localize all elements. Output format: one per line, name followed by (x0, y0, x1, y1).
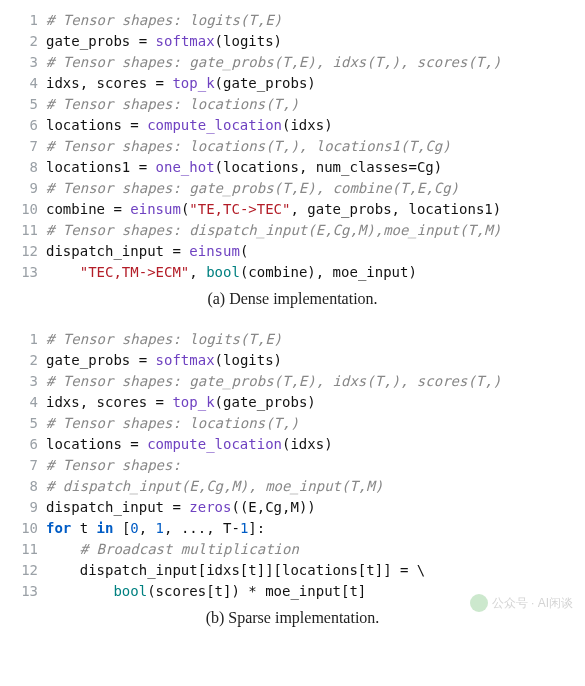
watermark-icon (470, 594, 488, 612)
line-content: # Tensor shapes: locations(T,) (46, 413, 299, 434)
code-line: 5# Tensor shapes: locations(T,) (12, 94, 573, 115)
line-number: 9 (12, 497, 46, 518)
line-content: bool(scores[t]) * moe_input[t] (46, 581, 366, 602)
line-content: combine = einsum("TE,TC->TEC", gate_prob… (46, 199, 501, 220)
line-number: 8 (12, 476, 46, 497)
code-line: 2gate_probs = softmax(logits) (12, 31, 573, 52)
line-content: # Tensor shapes: gate_probs(T,E), combin… (46, 178, 459, 199)
code-line: 6locations = compute_location(idxs) (12, 115, 573, 136)
line-content: # Broadcast multiplication (46, 539, 299, 560)
line-number: 5 (12, 413, 46, 434)
line-number: 11 (12, 220, 46, 241)
line-content: gate_probs = softmax(logits) (46, 31, 282, 52)
line-content: gate_probs = softmax(logits) (46, 350, 282, 371)
code-line: 1# Tensor shapes: logits(T,E) (12, 329, 573, 350)
code-line: 7# Tensor shapes: (12, 455, 573, 476)
line-number: 3 (12, 371, 46, 392)
line-content: # Tensor shapes: logits(T,E) (46, 10, 282, 31)
line-content: "TEC,TM->ECM", bool(combine), moe_input) (46, 262, 417, 283)
line-content: locations = compute_location(idxs) (46, 434, 333, 455)
code-line: 9# Tensor shapes: gate_probs(T,E), combi… (12, 178, 573, 199)
caption-a: (a) Dense implementation. (12, 287, 573, 311)
line-number: 8 (12, 157, 46, 178)
line-number: 10 (12, 518, 46, 539)
line-number: 13 (12, 581, 46, 602)
line-content: # Tensor shapes: locations(T,) (46, 94, 299, 115)
line-number: 3 (12, 52, 46, 73)
line-content: # Tensor shapes: (46, 455, 181, 476)
code-line: 4idxs, scores = top_k(gate_probs) (12, 73, 573, 94)
line-content: locations1 = one_hot(locations, num_clas… (46, 157, 442, 178)
line-number: 10 (12, 199, 46, 220)
line-number: 7 (12, 455, 46, 476)
line-content: dispatch_input = einsum( (46, 241, 248, 262)
code-line: 8# dispatch_input(E,Cg,M), moe_input(T,M… (12, 476, 573, 497)
line-number: 6 (12, 434, 46, 455)
line-number: 12 (12, 241, 46, 262)
line-content: # dispatch_input(E,Cg,M), moe_input(T,M) (46, 476, 383, 497)
code-line: 11# Tensor shapes: dispatch_input(E,Cg,M… (12, 220, 573, 241)
line-content: # Tensor shapes: dispatch_input(E,Cg,M),… (46, 220, 501, 241)
line-content: # Tensor shapes: logits(T,E) (46, 329, 282, 350)
line-number: 9 (12, 178, 46, 199)
line-number: 11 (12, 539, 46, 560)
code-line: 5# Tensor shapes: locations(T,) (12, 413, 573, 434)
line-number: 4 (12, 392, 46, 413)
line-number: 2 (12, 350, 46, 371)
line-number: 6 (12, 115, 46, 136)
line-number: 7 (12, 136, 46, 157)
line-number: 1 (12, 10, 46, 31)
code-line: 8locations1 = one_hot(locations, num_cla… (12, 157, 573, 178)
line-content: locations = compute_location(idxs) (46, 115, 333, 136)
code-line: 9dispatch_input = zeros((E,Cg,M)) (12, 497, 573, 518)
code-line: 4idxs, scores = top_k(gate_probs) (12, 392, 573, 413)
code-line: 12dispatch_input = einsum( (12, 241, 573, 262)
line-number: 12 (12, 560, 46, 581)
code-line: 6locations = compute_location(idxs) (12, 434, 573, 455)
code-line: 13 "TEC,TM->ECM", bool(combine), moe_inp… (12, 262, 573, 283)
line-number: 4 (12, 73, 46, 94)
code-line: 3# Tensor shapes: gate_probs(T,E), idxs(… (12, 371, 573, 392)
code-line: 10for t in [0, 1, ..., T-1]: (12, 518, 573, 539)
code-line: 12 dispatch_input[idxs[t]][locations[t]]… (12, 560, 573, 581)
code-line: 3# Tensor shapes: gate_probs(T,E), idxs(… (12, 52, 573, 73)
line-number: 2 (12, 31, 46, 52)
line-content: dispatch_input[idxs[t]][locations[t]] = … (46, 560, 425, 581)
code-line: 11 # Broadcast multiplication (12, 539, 573, 560)
line-content: # Tensor shapes: gate_probs(T,E), idxs(T… (46, 52, 501, 73)
watermark-text: 公众号 · AI闲谈 (492, 594, 573, 612)
code-block-b: 1# Tensor shapes: logits(T,E)2gate_probs… (12, 329, 573, 602)
line-number: 13 (12, 262, 46, 283)
line-content: # Tensor shapes: gate_probs(T,E), idxs(T… (46, 371, 501, 392)
code-line: 1# Tensor shapes: logits(T,E) (12, 10, 573, 31)
line-content: # Tensor shapes: locations(T,), location… (46, 136, 451, 157)
line-content: dispatch_input = zeros((E,Cg,M)) (46, 497, 316, 518)
code-block-a: 1# Tensor shapes: logits(T,E)2gate_probs… (12, 10, 573, 283)
code-line: 2gate_probs = softmax(logits) (12, 350, 573, 371)
code-line: 7# Tensor shapes: locations(T,), locatio… (12, 136, 573, 157)
line-number: 1 (12, 329, 46, 350)
code-line: 10combine = einsum("TE,TC->TEC", gate_pr… (12, 199, 573, 220)
line-number: 5 (12, 94, 46, 115)
line-content: idxs, scores = top_k(gate_probs) (46, 392, 316, 413)
line-content: idxs, scores = top_k(gate_probs) (46, 73, 316, 94)
line-content: for t in [0, 1, ..., T-1]: (46, 518, 265, 539)
